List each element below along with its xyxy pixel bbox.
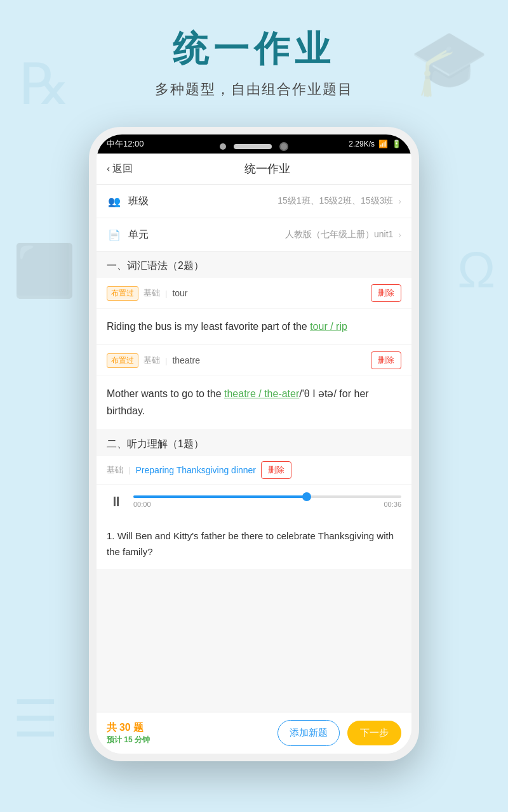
- phone-inner: 中午12:00 2.29K/s 📶 🔋 ‹ 返回 统一作业 👥 班级 15级1班…: [97, 134, 411, 754]
- question1-answer: tour / rip: [310, 321, 347, 332]
- player-controls: ⏸ 00:00 00:36: [107, 492, 401, 511]
- question1-meta: 布置过 基础 | tour 删除: [97, 278, 411, 309]
- question2-meta: 布置过 基础 | theatre 删除: [97, 345, 411, 376]
- count-sub: 预计 15 分钟: [107, 735, 270, 745]
- unit-icon: 📄: [107, 227, 122, 242]
- time-end: 00:36: [384, 501, 401, 508]
- class-value: 15级1班、15级2班、15级3班: [154, 195, 393, 207]
- back-chevron: ‹: [107, 163, 110, 174]
- count-total-num: 30: [119, 722, 133, 733]
- progress-fill: [133, 495, 307, 498]
- nav-title: 统一作业: [133, 161, 401, 176]
- count-main: 共 30 题: [107, 721, 270, 735]
- audio-player[interactable]: ⏸ 00:00 00:36: [97, 485, 411, 519]
- section2-header: 二、听力理解（1题）: [97, 430, 411, 456]
- unit-arrow: ›: [398, 230, 401, 240]
- sensor-camera: [279, 142, 288, 151]
- next-step-button[interactable]: 下一步: [347, 721, 401, 745]
- count-total-value: 30: [119, 722, 131, 733]
- question-card-2: 布置过 基础 | theatre 删除 Mother wants to go t…: [97, 345, 411, 428]
- question2-answer: theatre / the-ater: [224, 388, 299, 399]
- progress-bar[interactable]: [133, 495, 401, 498]
- time-labels: 00:00 00:36: [133, 501, 401, 508]
- question1-text-before: Riding the bus is my least favorite part…: [107, 321, 310, 332]
- tag-assigned-1: 布置过: [107, 286, 138, 301]
- audio-title: Preparing Thanksgiving dinner: [135, 465, 256, 475]
- nav-bar: ‹ 返回 统一作业: [97, 154, 411, 185]
- delete-btn-audio[interactable]: 删除: [261, 461, 291, 479]
- phone-sensors: [220, 142, 288, 151]
- unit-value: 人教版（七年级上册）unit1: [154, 229, 393, 240]
- est-suffix: 分钟: [135, 735, 150, 744]
- count-total-suffix: 题: [133, 722, 144, 733]
- section1-header: 一、词汇语法（2题）: [97, 252, 411, 278]
- question1-content: Riding the bus is my least favorite part…: [97, 309, 411, 344]
- add-question-button[interactable]: 添加新题: [277, 720, 340, 746]
- bg-deco-left: ⬛: [13, 241, 76, 301]
- tag-word-1: tour: [172, 288, 366, 298]
- unit-label: 单元: [128, 228, 154, 242]
- delete-btn-2[interactable]: 删除: [371, 351, 401, 369]
- class-row[interactable]: 👥 班级 15级1班、15级2班、15级3班 ›: [97, 185, 411, 218]
- unit-row[interactable]: 📄 单元 人教版（七年级上册）unit1 ›: [97, 218, 411, 252]
- progress-bar-container[interactable]: 00:00 00:36: [133, 495, 401, 508]
- status-network: 2.29K/s: [349, 140, 375, 148]
- est-label: 预计: [107, 735, 122, 744]
- tag-sep-2: |: [165, 356, 167, 365]
- bg-deco-rx: ℞: [19, 51, 70, 117]
- question2-content: Mother wants to go to the theatre / the-…: [97, 376, 411, 428]
- sensor-speaker: [234, 144, 272, 149]
- audio-question-card: 基础 | Preparing Thanksgiving dinner 删除 ⏸: [97, 456, 411, 569]
- question-card-1: 布置过 基础 | tour 删除 Riding the bus is my le…: [97, 278, 411, 344]
- status-time: 中午12:00: [107, 138, 144, 150]
- tag-level-1: 基础: [144, 287, 160, 299]
- bottom-bar: 共 30 题 预计 15 分钟 添加新题 下一步: [97, 712, 411, 754]
- bottom-count: 共 30 题 预计 15 分钟: [107, 721, 270, 745]
- delete-btn-1[interactable]: 删除: [371, 284, 401, 302]
- tag-sep-1: |: [165, 289, 167, 298]
- status-right: 2.29K/s 📶 🔋: [349, 140, 401, 148]
- tag-word-2: theatre: [172, 355, 366, 365]
- class-arrow: ›: [398, 196, 401, 206]
- progress-thumb[interactable]: [302, 492, 311, 501]
- back-button[interactable]: ‹ 返回: [107, 162, 133, 176]
- class-label: 班级: [128, 195, 154, 208]
- tag-assigned-2: 布置过: [107, 353, 138, 368]
- question2-text-before: Mother wants to go to the: [107, 388, 224, 399]
- pause-icon: ⏸: [109, 494, 123, 510]
- tag-level-2: 基础: [144, 355, 160, 366]
- wifi-icon: 📶: [378, 140, 388, 148]
- pause-button[interactable]: ⏸: [107, 492, 126, 511]
- back-label: 返回: [112, 162, 133, 176]
- audio-meta: 基础 | Preparing Thanksgiving dinner 删除: [97, 456, 411, 485]
- est-count: 15: [124, 735, 132, 744]
- audio-question-text: 1. Will Ben and Kitty's father be there …: [97, 519, 411, 569]
- class-icon: 👥: [107, 193, 122, 209]
- bg-deco-botleft: ☰: [13, 690, 58, 749]
- count-total-label: 共: [107, 722, 117, 733]
- content-area[interactable]: 👥 班级 15级1班、15级2班、15级3班 › 📄 单元 人教版（七年级上册）…: [97, 185, 411, 712]
- bg-deco-omega: Ω: [457, 241, 495, 299]
- audio-level: 基础: [107, 464, 123, 476]
- question2-phonetic: /'θ I ətə/: [299, 388, 337, 399]
- sensor-dot: [220, 143, 226, 150]
- bg-deco-graduation: 🎓: [410, 25, 489, 100]
- audio-sep: |: [128, 465, 130, 475]
- phone-frame: 中午12:00 2.29K/s 📶 🔋 ‹ 返回 统一作业 👥 班级 15级1班…: [89, 127, 419, 761]
- battery-icon: 🔋: [392, 140, 401, 148]
- time-start: 00:00: [133, 501, 151, 508]
